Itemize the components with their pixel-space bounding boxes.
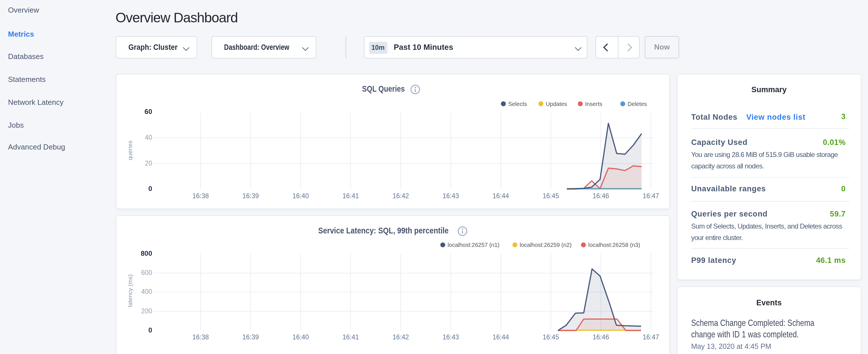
- svg-text:16:41: 16:41: [342, 333, 359, 341]
- svg-text:200: 200: [141, 307, 152, 315]
- svg-text:Inserts: Inserts: [585, 100, 602, 107]
- svg-text:16:38: 16:38: [192, 333, 209, 341]
- svg-text:16:43: 16:43: [442, 192, 459, 199]
- svg-text:600: 600: [141, 269, 152, 277]
- svg-text:800: 800: [141, 250, 152, 257]
- svg-text:16:44: 16:44: [492, 333, 509, 341]
- svg-text:16:45: 16:45: [542, 192, 559, 199]
- svg-text:16:39: 16:39: [242, 192, 259, 199]
- svg-text:16:44: 16:44: [492, 192, 509, 199]
- svg-text:Selects: Selects: [508, 100, 527, 107]
- svg-text:Updates: Updates: [545, 100, 566, 107]
- svg-text:16:46: 16:46: [592, 333, 609, 341]
- svg-text:latency (ms): latency (ms): [126, 275, 133, 307]
- svg-text:16:42: 16:42: [392, 333, 409, 341]
- svg-text:60: 60: [144, 107, 152, 115]
- svg-text:16:46: 16:46: [592, 192, 609, 199]
- svg-text:localhost:26259 (n2): localhost:26259 (n2): [519, 242, 571, 248]
- svg-text:400: 400: [141, 288, 152, 295]
- svg-text:localhost:26257 (n1): localhost:26257 (n1): [447, 242, 499, 248]
- svg-text:localhost:26258 (n3): localhost:26258 (n3): [588, 242, 640, 248]
- svg-text:16:47: 16:47: [643, 192, 659, 199]
- svg-text:16:40: 16:40: [292, 333, 309, 341]
- svg-text:16:39: 16:39: [242, 333, 259, 341]
- svg-text:16:47: 16:47: [643, 333, 659, 341]
- svg-text:16:38: 16:38: [192, 192, 209, 199]
- svg-text:16:43: 16:43: [442, 333, 459, 341]
- svg-text:Deletes: Deletes: [627, 100, 647, 107]
- svg-text:16:41: 16:41: [342, 192, 359, 199]
- svg-text:0: 0: [148, 185, 152, 192]
- svg-text:16:40: 16:40: [292, 192, 309, 199]
- svg-text:16:45: 16:45: [542, 333, 559, 341]
- svg-text:20: 20: [145, 159, 152, 167]
- svg-text:Service Latency: SQL, 99th per: Service Latency: SQL, 99th percentile: [318, 226, 448, 235]
- svg-text:16:42: 16:42: [392, 192, 409, 199]
- svg-text:SQL Queries: SQL Queries: [362, 84, 404, 93]
- svg-text:queries: queries: [126, 140, 133, 160]
- svg-text:0: 0: [148, 326, 152, 334]
- svg-text:40: 40: [145, 133, 152, 141]
